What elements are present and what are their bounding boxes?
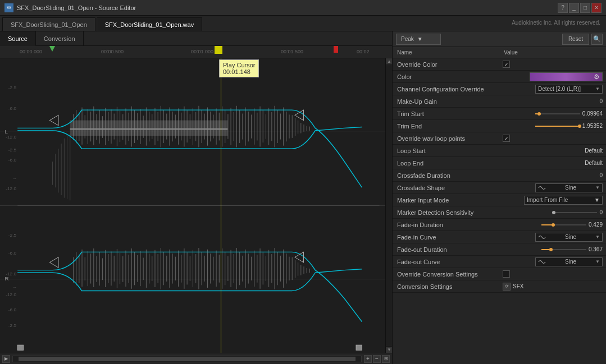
- svg-rect-36: [93, 107, 94, 145]
- scroll-down-button[interactable]: ▼: [386, 346, 392, 353]
- play-head-start[interactable]: [49, 46, 55, 52]
- prop-name-crossfade-duration: Crossfade Duration: [393, 172, 499, 179]
- channel-config-dropdown[interactable]: Detect [2.0 (L,R)] ▼: [535, 85, 603, 94]
- scroll-up-button[interactable]: ▲: [386, 58, 392, 65]
- fadein-duration-slider[interactable]: [541, 224, 586, 225]
- search-button[interactable]: 🔍: [591, 34, 603, 45]
- conversion-tab[interactable]: Conversion: [36, 31, 84, 46]
- maximize-button[interactable]: □: [580, 3, 590, 13]
- prop-val-override-loop[interactable]: [499, 135, 606, 142]
- prop-val-fadein-curve[interactable]: Sine ▼: [499, 233, 606, 242]
- svg-text:-6.0: -6.0: [8, 308, 17, 312]
- svg-text:-12.0: -12.0: [6, 135, 17, 139]
- fadeout-duration-value: 0.367: [589, 246, 603, 252]
- app-icon: W: [4, 3, 13, 12]
- svg-rect-35: [90, 112, 91, 141]
- play-button[interactable]: ▶: [2, 355, 10, 363]
- checkbox-override-color[interactable]: [503, 61, 510, 68]
- marker-input-dropdown[interactable]: Import From File ▼: [524, 196, 603, 205]
- conversion-settings-value: SFX: [513, 283, 523, 289]
- svg-rect-73: [202, 110, 202, 143]
- svg-rect-117: [88, 251, 88, 287]
- svg-rect-54: [146, 108, 147, 146]
- prop-val-override-color[interactable]: [499, 61, 606, 68]
- svg-rect-31: [79, 113, 79, 141]
- svg-rect-166: [231, 250, 231, 287]
- prop-name-fadein-duration: Fade-in Duration: [393, 222, 499, 228]
- prop-makeup-gain: Make-Up Gain 0: [393, 95, 606, 108]
- loop-end-value: Default: [585, 160, 603, 166]
- svg-rect-30: [76, 110, 76, 144]
- svg-rect-41: [108, 112, 108, 141]
- prop-val-fadeout-curve[interactable]: Sine ▼: [499, 257, 606, 266]
- trim-start-slider[interactable]: [535, 113, 580, 114]
- svg-rect-32: [82, 108, 83, 145]
- svg-rect-70: [193, 108, 193, 145]
- color-swatch[interactable]: ⚙: [530, 72, 603, 81]
- prop-val-channel-config[interactable]: Detect [2.0 (L,R)] ▼: [499, 85, 606, 94]
- reset-button[interactable]: Reset: [562, 34, 589, 45]
- svg-rect-165: [227, 256, 228, 281]
- crossfade-shape-dropdown[interactable]: Sine ▼: [535, 183, 603, 192]
- tab-sfx[interactable]: SFX_DoorSliding_01_Open: [2, 17, 95, 31]
- prop-val-override-conversion[interactable]: [499, 270, 606, 278]
- end-marker[interactable]: [334, 46, 338, 53]
- prop-val-conversion-settings[interactable]: ⟳ SFX: [499, 283, 606, 291]
- expand-button[interactable]: ⊞: [382, 355, 390, 363]
- svg-rect-44: [117, 107, 117, 146]
- checkbox-override-conversion[interactable]: [503, 270, 510, 278]
- prop-fadein-curve: Fade-in Curve Sine ▼: [393, 231, 606, 243]
- svg-rect-149: [181, 255, 181, 283]
- svg-rect-164: [225, 252, 225, 285]
- svg-text:-6.0: -6.0: [8, 107, 17, 111]
- timeline-ruler: 00:00.000 00:00.500 00:01.000 00:01.500 …: [0, 46, 392, 58]
- help-button[interactable]: ?: [558, 3, 568, 13]
- svg-rect-174: [254, 251, 254, 287]
- tab-wav[interactable]: SFX_DoorSliding_01_Open.wav: [97, 17, 202, 31]
- svg-rect-153: [193, 250, 193, 287]
- tab-bar: SFX_DoorSliding_01_Open SFX_DoorSliding_…: [0, 16, 606, 31]
- svg-rect-33: [85, 115, 85, 138]
- prop-val-crossfade-duration: 0: [499, 172, 606, 178]
- zoom-in-button[interactable]: +: [364, 355, 372, 363]
- svg-rect-192: [307, 268, 307, 273]
- svg-rect-138: [149, 254, 149, 283]
- prop-val-marker-input[interactable]: Import From File ▼: [499, 196, 606, 205]
- loop-start-value: Default: [585, 148, 603, 154]
- main-area: Source Conversion 00:00.000 00:00.500 00…: [0, 31, 606, 364]
- svg-rect-46: [122, 114, 123, 140]
- source-tab[interactable]: Source: [0, 31, 36, 46]
- fadeout-curve-dropdown[interactable]: Sine ▼: [535, 257, 603, 266]
- svg-rect-83: [231, 108, 231, 145]
- svg-rect-43: [114, 114, 115, 140]
- svg-rect-171: [245, 250, 246, 288]
- svg-text:-6.0: -6.0: [8, 158, 17, 163]
- prop-val-color[interactable]: ⚙: [499, 72, 606, 81]
- svg-rect-57: [154, 108, 155, 145]
- svg-rect-124: [108, 254, 108, 283]
- prop-val-crossfade-shape[interactable]: Sine ▼: [499, 183, 606, 192]
- svg-text:-12.0: -12.0: [6, 271, 17, 276]
- svg-rect-69: [190, 114, 190, 139]
- svg-rect-158: [207, 250, 208, 288]
- time-marker-500: 00:00.500: [101, 49, 124, 54]
- right-panel: Peak ▼ Reset 🔍 Name Value Override Color: [393, 31, 606, 364]
- prop-name-conversion-settings: Conversion Settings: [393, 283, 499, 290]
- fadeout-duration-slider[interactable]: [541, 249, 586, 250]
- horizontal-scrollbar[interactable]: [12, 356, 362, 362]
- close-button[interactable]: ✕: [591, 3, 602, 13]
- svg-rect-139: [152, 256, 152, 281]
- minimize-button[interactable]: _: [569, 3, 579, 13]
- peak-dropdown[interactable]: Peak ▼: [396, 34, 441, 45]
- marker-sensitivity-slider[interactable]: [552, 212, 597, 213]
- trim-end-slider[interactable]: [535, 126, 580, 127]
- fadein-curve-dropdown[interactable]: Sine ▼: [535, 233, 603, 242]
- svg-rect-106: [298, 121, 298, 134]
- waveform-canvas[interactable]: Play Cursor 00:01.148: [0, 58, 385, 353]
- prop-trim-start: Trim Start 0.09964: [393, 108, 606, 120]
- zoom-out-button[interactable]: −: [373, 355, 381, 363]
- svg-rect-51: [137, 113, 138, 140]
- svg-rect-89: [248, 112, 249, 141]
- checkbox-override-loop[interactable]: [503, 135, 510, 142]
- waveform-row: Play Cursor 00:01.148: [0, 58, 392, 353]
